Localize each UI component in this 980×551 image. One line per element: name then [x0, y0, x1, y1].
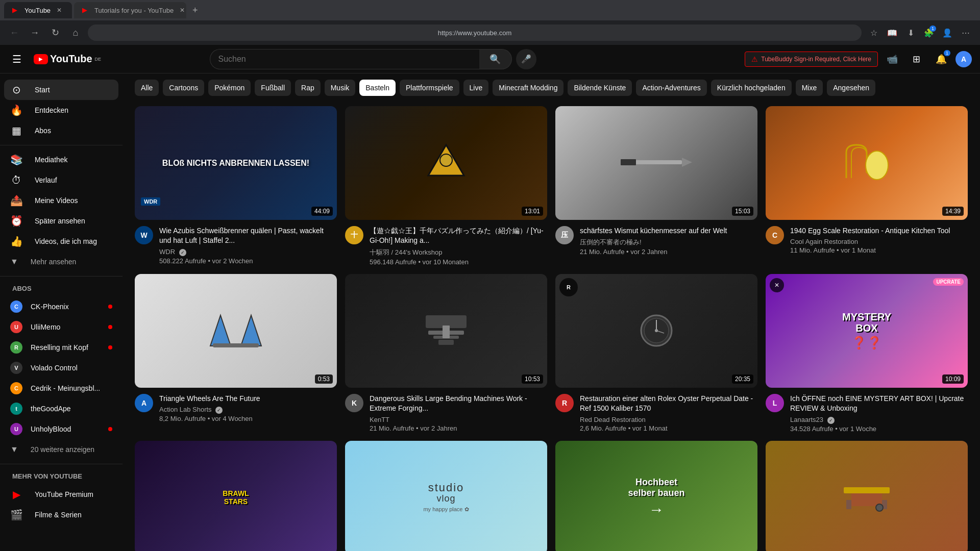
address-bar[interactable]: https://www.youtube.com	[88, 24, 862, 41]
sidebar-item-yt-premium[interactable]: ▶ YouTube Premium	[4, 484, 118, 505]
sidebar-channel-ck-phoenix[interactable]: C CK-Phoenix	[4, 296, 118, 317]
movies-icon: 🎬	[10, 509, 22, 521]
sidebar-channel-unholyblood[interactable]: U UnholyBlood	[4, 419, 118, 439]
chip-basteln[interactable]: Basteln	[359, 80, 396, 96]
apps-button[interactable]: ⊞	[906, 49, 927, 69]
wood-thumb-svg	[841, 482, 892, 513]
channel-thumb-v3: 压	[555, 226, 574, 244]
tab-close-btn[interactable]: ✕	[55, 6, 64, 15]
sidebar-label-spaeter: Später ansehen	[35, 217, 85, 225]
channel-thumb-v1: W	[135, 226, 153, 244]
video-card-v5[interactable]: 0:53 A Triangle Wheels Are The Future Ac…	[135, 274, 337, 433]
video-card-v7[interactable]: R 20:35 R Restauration einer alten Rolex…	[555, 274, 757, 433]
chip-live[interactable]: Live	[463, 80, 489, 96]
chip-angesehen[interactable]: Angesehen	[827, 80, 875, 96]
video-card-v12[interactable]: H Holzbearbeitung Projekt Holz Workshop …	[766, 441, 968, 551]
sidebar-item-entdecken[interactable]: 🔥 Entdecken	[4, 100, 118, 120]
header-right: ⚠ TubeBuddy Sign-in Required, Click Here…	[745, 49, 972, 69]
video-card-v9[interactable]: BRAWLSTARS B Brawl Stars Gameplay BrawlS…	[135, 441, 337, 551]
egg-thumb-svg	[841, 142, 892, 183]
bookmark-button[interactable]: ☆	[866, 24, 882, 41]
sidebar-show-more[interactable]: ▼ Mehr ansehen	[4, 252, 118, 272]
menu-button[interactable]: ☰	[8, 49, 26, 69]
tab-youtube-home[interactable]: ▶ YouTube ✕	[4, 2, 72, 18]
reload-button[interactable]: ↻	[47, 24, 63, 41]
chip-cartoons[interactable]: Cartoons	[163, 80, 204, 96]
video-details-v4: 1940 Egg Scale Restoration - Antique Kit…	[790, 226, 968, 255]
search-button[interactable]: 🔍	[479, 49, 512, 69]
sidebar-item-meine-videos[interactable]: 📤 Meine Videos	[4, 190, 118, 211]
reader-button[interactable]: 📖	[884, 24, 900, 41]
sidebar-item-spaeter-ansehen[interactable]: ⏰ Später ansehen	[4, 211, 118, 231]
channel-name-v1: WDR ✓	[159, 248, 337, 256]
channel-avatar-ulii: U	[10, 321, 22, 333]
chip-rap[interactable]: Rap	[295, 80, 321, 96]
sidebar-item-mediathek[interactable]: 📚 Mediathek	[4, 149, 118, 170]
channel-dot-unholyblood	[108, 427, 112, 431]
tubebuddy-banner[interactable]: ⚠ TubeBuddy Sign-in Required, Click Here	[745, 52, 878, 67]
video-create-button[interactable]: 📹	[882, 49, 902, 69]
watch-later-icon: ⏰	[10, 215, 22, 227]
notifications-button[interactable]: 🔔 1	[931, 49, 951, 69]
video-card-v3[interactable]: 15:03 压 schärfstes Wismut küchenmesser a…	[555, 106, 757, 266]
video-card-v10[interactable]: studio vlog my happy place ✿ S studio vl…	[345, 441, 547, 551]
sidebar-channel-volado[interactable]: V Volado Control	[4, 358, 118, 378]
chip-bildende-kuenste[interactable]: Bildende Künste	[568, 80, 632, 96]
back-button[interactable]: ←	[6, 24, 22, 41]
sidebar-channel-cedrik[interactable]: C Cedrik - Meinungsbl...	[4, 378, 118, 398]
chip-minecraft[interactable]: Minecraft Modding	[493, 80, 564, 96]
sidebar-channel-reselling[interactable]: R Reselling mit Kopf	[4, 337, 118, 358]
home-button[interactable]: ⌂	[67, 24, 84, 41]
sidebar-channel-uliimemo[interactable]: U UliiMemo	[4, 317, 118, 337]
chip-kuerzlich[interactable]: Kürzlich hochgeladen	[711, 80, 792, 96]
chip-mixe[interactable]: Mixe	[796, 80, 823, 96]
rolex-logo-overlay: R	[559, 278, 578, 296]
chevron-down-icon: ▼	[10, 257, 18, 266]
channel-dot-reselling	[108, 345, 112, 349]
video-card-v11[interactable]: Hochbeetselber bauen → G Hochbeet selber…	[555, 441, 757, 551]
chip-fussball[interactable]: Fußball	[255, 80, 291, 96]
forward-button[interactable]: →	[27, 24, 43, 41]
sidebar-item-filme-serien[interactable]: 🎬 Filme & Serien	[4, 505, 118, 525]
sidebar-item-verlauf[interactable]: ⏱ Verlauf	[4, 170, 118, 190]
voice-search-button[interactable]: 🎤	[516, 49, 536, 69]
chip-pokemon[interactable]: Pokémon	[208, 80, 251, 96]
browser-menu-button[interactable]: ⋯	[958, 24, 974, 41]
video-title-v4: 1940 Egg Scale Restoration - Antique Kit…	[790, 226, 968, 236]
video-duration-v4: 14:39	[942, 207, 964, 216]
video-card-v1[interactable]: BLOß NICHTS ANBRENNEN LASSEN! WDR 44:09 …	[135, 106, 337, 266]
profile-button[interactable]: 👤	[939, 24, 955, 41]
sidebar-item-liked[interactable]: 👍 Videos, die ich mag	[4, 231, 118, 252]
video-title-v6: Dangerous Skills Large Bending Machines …	[370, 394, 547, 414]
sidebar-item-abos[interactable]: ▦ Abos	[4, 120, 118, 141]
downloads-button[interactable]: ⬇	[902, 24, 919, 41]
video-thumbnail-v2: 13:01	[345, 106, 547, 220]
video-title-v2: 【遊☆戯☆王】千年パズル作ってみた（紹介編）/ [Yu-Gi-Oh!] Maki…	[370, 226, 547, 246]
sidebar-item-start[interactable]: ⊙ Start	[4, 80, 118, 100]
user-avatar-button[interactable]: A	[955, 51, 972, 67]
chip-alle[interactable]: Alle	[135, 80, 159, 96]
tab-close-btn-2[interactable]: ✕	[178, 6, 186, 15]
search-input[interactable]	[210, 49, 479, 69]
sidebar-channel-thegoodape[interactable]: t theGoodApe	[4, 398, 118, 419]
extensions-button[interactable]: 🧩 1	[921, 24, 937, 41]
video-card-v2[interactable]: 13:01 十 【遊☆戯☆王】千年パズル作ってみた（紹介編）/ [Yu-Gi-O…	[345, 106, 547, 266]
thumb-text-v4	[766, 106, 968, 220]
svg-marker-6	[210, 315, 231, 346]
video-card-v6[interactable]: 10:53 K Dangerous Skills Large Bending M…	[345, 274, 547, 433]
chip-musik[interactable]: Musik	[325, 80, 356, 96]
youtube-logo[interactable]: YouTubeDE	[34, 53, 101, 65]
new-tab-button[interactable]: +	[188, 3, 202, 18]
video-card-v8[interactable]: MYSTERYBOX ❓❓ UPCRATE ✕ 10:09 L	[766, 274, 968, 433]
video-card-v4[interactable]: 14:39 C 1940 Egg Scale Restoration - Ant…	[766, 106, 968, 266]
svg-marker-3	[682, 158, 692, 167]
tab-tutorials[interactable]: ▶ Tutorials for you - YouTube ✕	[74, 2, 186, 18]
video-details-v7: Restauration einer alten Rolex Oyster Pe…	[580, 394, 757, 432]
channel-label-ck: CK-Phoenix	[31, 303, 69, 311]
sidebar-show-more-channels[interactable]: ▼ 20 weitere anzeigen	[4, 439, 118, 460]
chip-action[interactable]: Action-Adventures	[636, 80, 706, 96]
svg-point-23	[876, 504, 883, 511]
my-videos-icon: 📤	[10, 194, 22, 207]
notifications-badge: 1	[944, 50, 950, 56]
chip-plattformspiele[interactable]: Plattformspiele	[400, 80, 459, 96]
